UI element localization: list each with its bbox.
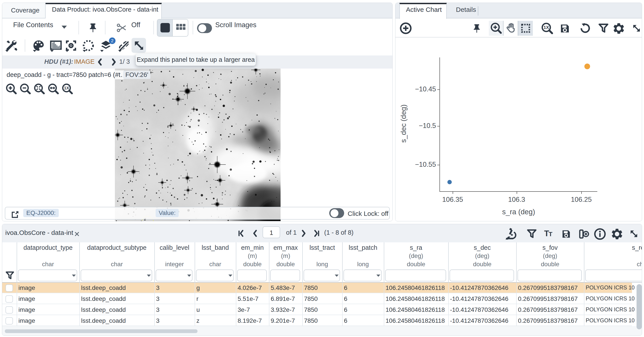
svg-text:1X: 1X: [64, 86, 69, 90]
svg-text:T: T: [544, 229, 549, 238]
svg-text:T: T: [549, 231, 552, 238]
svg-text:1X: 1X: [544, 25, 549, 30]
